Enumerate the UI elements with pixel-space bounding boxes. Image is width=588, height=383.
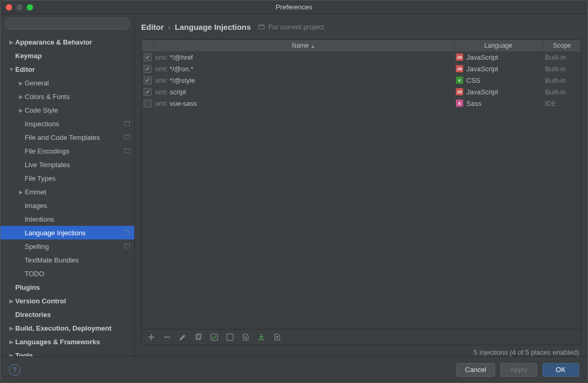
table-toolbar <box>142 329 581 345</box>
table-row[interactable]: xml: scriptJSJavaScriptBuilt-in <box>142 86 581 97</box>
main-panel: Editor › Language Injections For current… <box>135 14 587 356</box>
project-scope-icon <box>124 229 131 236</box>
sidebar-item-tools[interactable]: ▶Tools <box>1 348 134 356</box>
row-scope: Built-in <box>543 51 581 63</box>
dialog-footer: ? Cancel Apply OK <box>1 356 587 382</box>
project-scope-icon <box>124 134 131 141</box>
sidebar-item-build-execution-deployment[interactable]: ▶Build, Execution, Deployment <box>1 321 134 335</box>
sidebar-item-code-style[interactable]: ▶Code Style <box>1 103 134 117</box>
sidebar-item-file-types[interactable]: File Types <box>1 171 134 185</box>
sidebar-item-images[interactable]: Images <box>1 199 134 212</box>
table-row[interactable]: xml: */@style#CSSBuilt-in <box>142 74 581 86</box>
sidebar-item-language-injections[interactable]: Language Injections <box>1 226 134 239</box>
svg-rect-16 <box>227 334 233 340</box>
column-header-name[interactable]: Name▲ <box>153 40 454 51</box>
sidebar-item-label: Spelling <box>25 243 124 250</box>
window-minimize-button[interactable] <box>16 4 23 10</box>
row-name: xml: */@on.* <box>153 63 454 74</box>
sidebar-item-emmet[interactable]: ▶Emmet <box>1 185 134 199</box>
window-close-button[interactable] <box>6 4 12 10</box>
status-text: 5 injections (4 of 5 places enabled) <box>141 345 581 356</box>
table-row[interactable]: xml: */@on.*JSJavaScriptBuilt-in <box>142 63 581 74</box>
svg-rect-5 <box>124 148 130 149</box>
tree-arrow-icon: ▶ <box>17 189 25 195</box>
tree-arrow-icon: ▶ <box>17 80 25 86</box>
sidebar-item-label: Keymap <box>15 52 134 60</box>
export-button[interactable] <box>273 333 281 342</box>
ok-button[interactable]: OK <box>542 363 579 377</box>
enable-button[interactable] <box>210 333 218 342</box>
search-input[interactable] <box>5 18 130 29</box>
row-checkbox[interactable] <box>144 76 152 84</box>
row-language: JSJavaScript <box>454 86 543 97</box>
sidebar-item-label: Build, Execution, Deployment <box>15 324 134 332</box>
cancel-button[interactable]: Cancel <box>456 363 495 377</box>
breadcrumb-root[interactable]: Editor <box>141 23 164 31</box>
project-scope-icon <box>124 243 131 250</box>
svg-rect-12 <box>164 337 169 338</box>
row-checkbox[interactable] <box>144 100 152 107</box>
tree-arrow-icon: ▶ <box>8 339 15 345</box>
disable-button[interactable] <box>226 333 234 342</box>
svg-rect-17 <box>258 339 264 340</box>
column-header-language[interactable]: Language <box>454 40 543 51</box>
sidebar-item-languages-frameworks[interactable]: ▶Languages & Frameworks <box>1 335 134 348</box>
tree-arrow-icon: ▼ <box>8 67 15 72</box>
add-button[interactable] <box>147 333 155 342</box>
row-name: xml: vue-sass <box>153 97 454 109</box>
project-scope-icon <box>124 120 131 127</box>
row-scope: Built-in <box>543 86 581 97</box>
sidebar-item-label: Live Templates <box>25 161 134 169</box>
apply-button[interactable]: Apply <box>500 363 537 377</box>
edit-button[interactable] <box>178 333 187 342</box>
sidebar-item-label: Inspections <box>25 120 124 128</box>
tree-arrow-icon: ▶ <box>8 325 15 331</box>
sidebar-item-label: Tools <box>15 352 134 357</box>
sidebar-item-label: Intentions <box>25 215 134 223</box>
column-header-scope[interactable]: Scope <box>543 40 581 51</box>
sidebar-item-plugins[interactable]: Plugins <box>1 280 134 294</box>
sidebar-item-inspections[interactable]: Inspections <box>1 117 134 130</box>
sidebar-item-todo[interactable]: TODO <box>1 267 134 280</box>
sidebar-item-spelling[interactable]: Spelling <box>1 239 134 253</box>
sidebar-item-general[interactable]: ▶General <box>1 76 134 90</box>
settings-tree: ▶Appearance & BehaviorKeymap▼Editor▶Gene… <box>1 33 134 356</box>
sidebar-item-label: Appearance & Behavior <box>15 38 134 46</box>
sidebar-item-label: Editor <box>15 65 134 73</box>
sidebar-item-file-and-code-templates[interactable]: File and Code Templates <box>1 130 134 144</box>
copy-button[interactable] <box>194 333 202 342</box>
sidebar-item-appearance-behavior[interactable]: ▶Appearance & Behavior <box>1 35 134 49</box>
move-to-project-button[interactable] <box>241 333 250 342</box>
column-header-enabled[interactable] <box>142 40 153 51</box>
sidebar-item-label: TODO <box>25 270 134 278</box>
sidebar-item-intentions[interactable]: Intentions <box>1 212 134 226</box>
sidebar-item-directories[interactable]: Directories <box>1 308 134 321</box>
sidebar-item-colors-fonts[interactable]: ▶Colors & Fonts <box>1 90 134 103</box>
sidebar-item-file-encodings[interactable]: File Encodings <box>1 144 134 158</box>
remove-button[interactable] <box>163 333 171 342</box>
row-checkbox[interactable] <box>144 88 152 96</box>
row-checkbox[interactable] <box>144 65 152 73</box>
tree-arrow-icon: ▶ <box>17 94 25 100</box>
row-language: JSJavaScript <box>454 63 543 74</box>
sidebar-item-editor[interactable]: ▼Editor <box>1 62 134 76</box>
language-icon: JS <box>456 65 463 72</box>
import-button[interactable] <box>257 333 265 342</box>
table-row[interactable]: xml: */@hrefJSJavaScriptBuilt-in <box>142 51 581 63</box>
row-checkbox[interactable] <box>144 53 152 61</box>
sidebar-item-keymap[interactable]: Keymap <box>1 49 134 62</box>
sidebar-item-version-control[interactable]: ▶Version Control <box>1 294 134 308</box>
sidebar-item-textmate-bundles[interactable]: TextMate Bundles <box>1 253 134 267</box>
titlebar: Preferences <box>1 1 587 14</box>
help-button[interactable]: ? <box>9 364 20 376</box>
tree-arrow-icon: ▶ <box>8 353 15 357</box>
sidebar-item-live-templates[interactable]: Live Templates <box>1 158 134 171</box>
sidebar-item-label: File Encodings <box>25 147 124 155</box>
row-name: xml: script <box>153 86 454 97</box>
project-scope-icon <box>258 24 265 30</box>
sidebar-item-label: Emmet <box>25 188 134 196</box>
table-row[interactable]: xml: vue-sassSSassIDE <box>142 97 581 109</box>
svg-rect-3 <box>124 135 130 136</box>
sidebar-item-label: General <box>25 79 134 87</box>
window-zoom-button[interactable] <box>27 4 33 10</box>
